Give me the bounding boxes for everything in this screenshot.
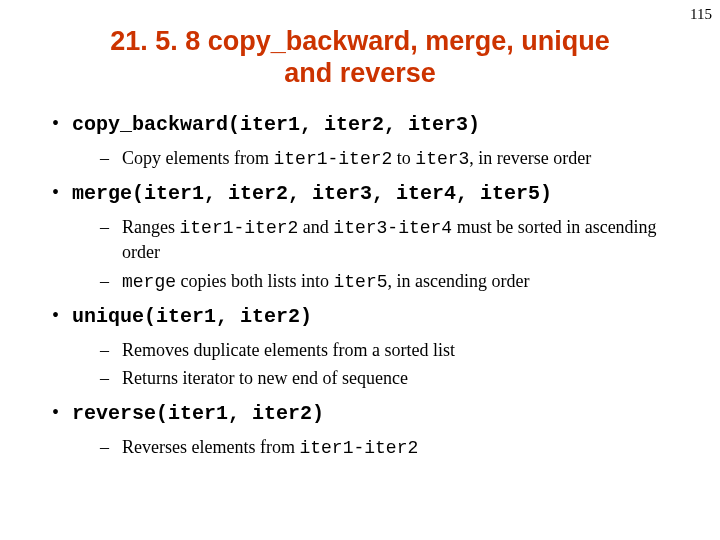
code-run: iter5 (334, 272, 388, 292)
item-heading: merge(iter1, iter2, iter3, iter4, iter5) (72, 182, 552, 205)
text-run: Returns iterator to new end of sequence (122, 368, 408, 388)
text-run: Removes duplicate elements from a sorted… (122, 340, 455, 360)
text-run: Ranges (122, 217, 180, 237)
text-run: Reverses elements from (122, 437, 299, 457)
list-item: reverse(iter1, iter2) Reverses elements … (50, 401, 680, 460)
sub-list: Copy elements from iter1-iter2 to iter3,… (72, 146, 680, 171)
code-run: iter3 (415, 149, 469, 169)
sub-item: Reverses elements from iter1-iter2 (100, 435, 680, 460)
sub-list: Removes duplicate elements from a sorted… (72, 338, 680, 391)
sub-list: Ranges iter1-iter2 and iter3-iter4 must … (72, 215, 680, 294)
list-item: copy_backward(iter1, iter2, iter3) Copy … (50, 112, 680, 171)
code-run: iter1-iter2 (299, 438, 418, 458)
sub-item: Removes duplicate elements from a sorted… (100, 338, 680, 362)
bullet-list: copy_backward(iter1, iter2, iter3) Copy … (40, 112, 680, 460)
slide-title: 21. 5. 8 copy_backward, merge, unique an… (90, 25, 630, 90)
sub-list: Reverses elements from iter1-iter2 (72, 435, 680, 460)
code-run: iter1-iter2 (273, 149, 392, 169)
sub-item: merge copies both lists into iter5, in a… (100, 269, 680, 294)
code-run: merge (122, 272, 176, 292)
item-heading: reverse(iter1, iter2) (72, 402, 324, 425)
text-run: , in ascending order (388, 271, 530, 291)
code-run: iter1-iter2 (180, 218, 299, 238)
item-heading: unique(iter1, iter2) (72, 305, 312, 328)
text-run: Copy elements from (122, 148, 273, 168)
text-run: and (298, 217, 333, 237)
list-item: merge(iter1, iter2, iter3, iter4, iter5)… (50, 181, 680, 294)
text-run: , in reverse order (469, 148, 591, 168)
list-item: unique(iter1, iter2) Removes duplicate e… (50, 304, 680, 391)
sub-item: Ranges iter1-iter2 and iter3-iter4 must … (100, 215, 680, 265)
page-number: 115 (690, 6, 712, 23)
sub-item: Returns iterator to new end of sequence (100, 366, 680, 390)
item-heading: copy_backward(iter1, iter2, iter3) (72, 113, 480, 136)
text-run: copies both lists into (176, 271, 334, 291)
code-run: iter3-iter4 (333, 218, 452, 238)
text-run: to (392, 148, 415, 168)
sub-item: Copy elements from iter1-iter2 to iter3,… (100, 146, 680, 171)
